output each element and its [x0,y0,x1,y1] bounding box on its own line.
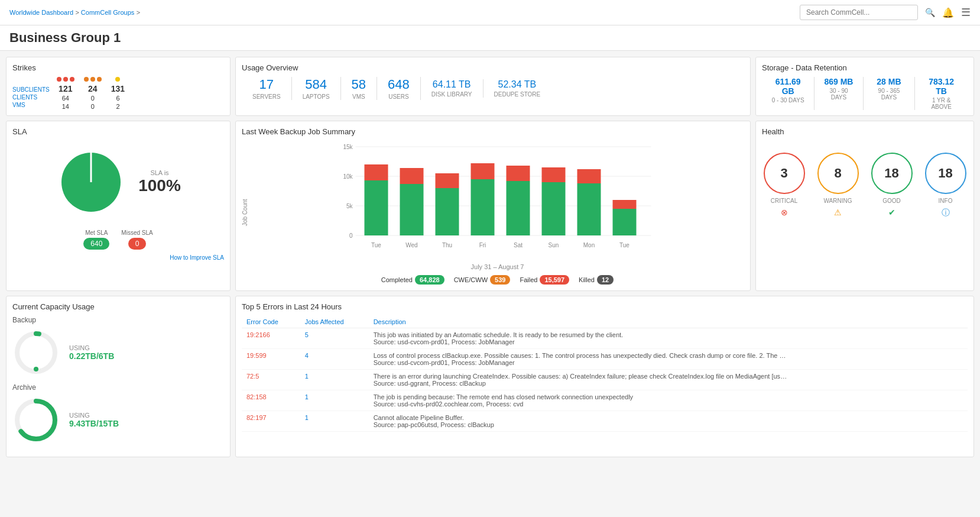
backup-chart-title: Last Week Backup Job Summary [242,127,744,136]
dot-red-3 [70,77,74,82]
legend-cwecww: CWE/CWW 539 [454,275,511,285]
capacity-archive-values: USING 9.43TB/15TB [69,412,119,428]
capacity-backup-value: 0.22TB/6TB [69,351,114,361]
health-icon-warning: ⚠ [834,208,842,217]
col-error-code: Error Code [242,316,300,328]
health-ring-info: 18 [925,153,966,194]
sla-panel: SLA SLA is 100% Met SLA 640 Missed SLA [6,121,231,291]
svg-rect-23 [577,169,601,183]
strikes-panel: Strikes SUBCLIENTS CLIENTS VMS 121 64 14 [6,57,231,116]
health-label-good: GOOD [882,198,901,204]
capacity-archive-val: 9.43TB/15TB [69,419,119,428]
table-row: 19:599 4 Loss of control process clBacku… [242,349,968,370]
strikes-col3: 131 6 2 [111,77,125,110]
legend-failed: Failed 15,597 [520,275,569,285]
strikes-label-2[interactable]: VMS [12,102,50,108]
legend-failed-value: 15,597 [540,275,569,285]
legend-killed: Killed 12 [579,275,614,285]
errors-panel: Top 5 Errors in Last 24 Hours Error Code… [235,296,974,457]
strikes-col2-val1: 0 [91,95,95,102]
capacity-backup-values: USING 0.22TB/6TB [69,344,114,361]
col-description: Description [369,316,968,328]
capacity-backup-section: Backup USING 0.22TB/6TB [12,316,224,376]
storage-label-1: 30 - 90 DAYS [822,88,855,101]
jobs-count-2: 1 [305,373,309,380]
y-axis-label: Job Count [242,141,248,285]
top-bar: Worldwide Dashboard > CommCell Groups > … [0,0,980,25]
storage-label-0: 0 - 30 DAYS [769,97,807,104]
svg-point-36 [34,367,38,371]
search-icon[interactable]: 🔍 [925,8,935,17]
capacity-title: Current Capacity Usage [12,302,224,311]
usage-items: 17 SERVERS 584 LAPTOPS 58 VMs 648 USERS … [242,77,744,100]
health-info[interactable]: 18 INFO ⓘ [925,153,966,218]
error-code-3[interactable]: 82:158 [246,393,267,400]
main-content: Strikes SUBCLIENTS CLIENTS VMS 121 64 14 [0,51,980,463]
error-desc2-3: Source: usd-cvhs-prd02.cochlear.com, Pro… [374,400,787,408]
storage-item-1: 869 MB 30 - 90 DAYS [814,77,863,110]
dot-orange-3 [97,77,102,82]
breadcrumb-part2[interactable]: CommCell Groups [81,9,134,16]
error-desc2-2: Source: usd-ggrant, Process: clBackup [374,380,787,387]
sla-inner: SLA is 100% [12,141,224,224]
jobs-count-1: 4 [305,352,309,359]
usage-num-4: 64.11 TB [431,79,472,90]
bell-icon[interactable]: 🔔 [942,7,954,18]
sla-improve-link[interactable]: How to Improve SLA [12,254,224,261]
top-right-controls: 🔍 🔔 ☰ [800,5,971,20]
svg-text:Mon: Mon [583,242,595,248]
error-desc-1: Loss of control process clBackup.exe. Po… [374,352,787,359]
svg-text:0: 0 [349,232,353,239]
menu-icon[interactable]: ☰ [961,6,971,19]
sla-badges: Met SLA 640 Missed SLA 0 [12,230,224,250]
storage-item-0: 611.69 GB 0 - 30 DAYS [762,77,814,110]
svg-text:Tue: Tue [371,242,381,248]
storage-item-2: 28 MB 90 - 365 DAYS [864,77,916,110]
usage-num-1: 584 [303,77,330,92]
strikes-col1-val0: 121 [59,84,72,93]
error-code-0[interactable]: 19:2166 [246,331,270,338]
usage-item-5: 52.34 TB DEDUPE STORE [483,79,551,98]
sla-met-label: Met SLA [85,230,108,236]
storage-panel: Storage - Data Retention 611.69 GB 0 - 3… [755,57,974,116]
error-code-1[interactable]: 19:599 [246,352,267,359]
svg-text:Fri: Fri [479,242,486,248]
svg-rect-12 [400,184,424,235]
sla-missed-label: Missed SLA [121,230,152,236]
health-good[interactable]: 18 GOOD ✔ [871,153,913,218]
strikes-col3-val2: 2 [116,103,119,110]
breadcrumb-part1[interactable]: Worldwide Dashboard [9,9,73,16]
usage-label-0: SERVERS [252,93,281,100]
table-row: 72:5 1 There is an error during launchin… [242,370,968,390]
svg-rect-21 [542,167,566,182]
storage-num-1: 869 MB [822,77,855,86]
strikes-label-1[interactable]: CLIENTS [12,94,50,101]
legend-failed-label: Failed [520,276,537,283]
strikes-title: Strikes [12,63,224,72]
health-critical[interactable]: 3 CRITICAL ⊗ [764,153,805,218]
health-num-warning: 8 [834,166,841,181]
usage-label-1: LAPTOPS [303,93,330,100]
usage-label-3: USERS [388,93,410,100]
errors-title: Top 5 Errors in Last 24 Hours [242,302,968,311]
chart-legend: Completed 64,828 CWE/CWW 539 Failed 15,5… [251,275,744,285]
usage-label-4: DISK LIBRARY [431,91,472,98]
chart-date-range: July 31 – August 7 [251,263,744,270]
svg-rect-22 [577,183,601,235]
health-label-critical: CRITICAL [771,198,798,204]
health-warning[interactable]: 8 WARNING ⚠ [817,153,859,218]
legend-completed-value: 64,828 [415,275,444,285]
error-desc-2: There is an error during launching Creat… [374,373,787,380]
health-title: Health [762,127,968,136]
error-code-2[interactable]: 72:5 [246,373,259,380]
usage-item-2: 58 VMs [341,77,377,100]
storage-label-2: 90 - 365 DAYS [871,88,908,101]
svg-text:Sat: Sat [514,242,523,248]
strikes-label-0[interactable]: SUBCLIENTS [12,86,50,93]
error-code-4[interactable]: 82:197 [246,414,267,421]
search-input[interactable] [800,5,918,20]
strikes-col2-val0: 24 [88,84,98,93]
usage-num-5: 52.34 TB [494,79,541,90]
capacity-panel: Current Capacity Usage Backup USING 0.22… [6,296,231,457]
usage-label-5: DEDUPE STORE [494,91,541,98]
